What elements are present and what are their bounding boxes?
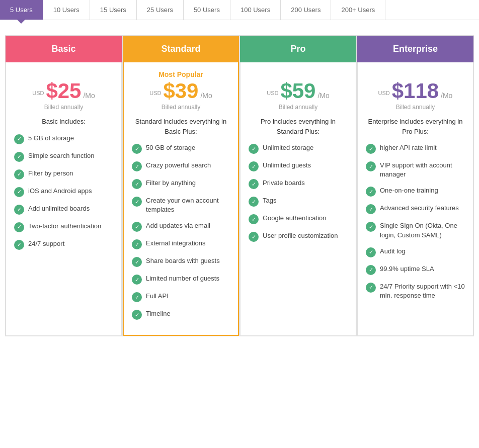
check-icon: ✓: [366, 265, 376, 275]
tab-100users[interactable]: 100 Users: [230, 0, 281, 20]
plan-basic-features: ✓ 5 GB of storage ✓ Simple search functi…: [14, 134, 113, 250]
feature-text: Advanced security features: [380, 204, 459, 213]
plan-basic-includes: Basic includes:: [14, 117, 113, 127]
check-icon: ✓: [132, 144, 142, 154]
plan-pro-price-row: USD $59 /Mo: [249, 80, 348, 102]
plan-pro-features: ✓ Unlimited storage ✓ Unlimited guests ✓…: [249, 143, 348, 242]
plan-standard-mo: /Mo: [200, 92, 212, 100]
list-item: ✓ External integrations: [132, 239, 230, 249]
tab-200plus-users[interactable]: 200+ Users: [331, 0, 385, 20]
plan-enterprise-price-row: USD $118 /Mo: [366, 80, 465, 102]
list-item: ✓ 50 GB of storage: [132, 143, 230, 154]
plan-pro-body: USD $59 /Mo Billed annually Pro includes…: [240, 62, 356, 336]
plan-enterprise-usd: USD: [378, 90, 390, 96]
plan-enterprise-features: ✓ higher API rate limit ✓ VIP support wi…: [366, 143, 465, 300]
tab-25users[interactable]: 25 Users: [137, 0, 184, 20]
tab-200users[interactable]: 200 Users: [281, 0, 331, 20]
check-icon: ✓: [132, 179, 142, 189]
tab-15users[interactable]: 15 Users: [90, 0, 137, 20]
feature-text: VIP support with account manager: [380, 161, 465, 179]
plan-basic-price-row: USD $25 /Mo: [14, 80, 113, 102]
feature-text: Google authentication: [263, 214, 326, 223]
plan-standard: Standard Most Popular USD $39 /Mo Billed…: [122, 35, 240, 336]
plan-basic-billed: Billed annually: [14, 104, 113, 111]
list-item: ✓ Advanced security features: [366, 204, 465, 214]
list-item: ✓ Single Sign On (Okta, One login, Custo…: [366, 221, 465, 239]
tab-5users[interactable]: 5 Users: [0, 0, 43, 20]
list-item: ✓ Create your own account templates: [132, 196, 230, 214]
feature-text: External integrations: [146, 239, 206, 248]
feature-text: 24/7 Priority support with <10 min. resp…: [380, 282, 465, 300]
list-item: ✓ Unlimited guests: [249, 161, 348, 171]
feature-text: 50 GB of storage: [146, 143, 195, 152]
check-icon: ✓: [366, 187, 376, 197]
plan-standard-price-row: USD $39 /Mo: [132, 80, 230, 102]
check-icon: ✓: [366, 204, 376, 214]
feature-text: One-on-one training: [380, 186, 438, 195]
list-item: ✓ Share boards with guests: [132, 256, 230, 267]
feature-text: Timeline: [146, 309, 171, 318]
plan-pro-popular: [249, 70, 348, 78]
check-icon: ✓: [14, 240, 24, 250]
check-icon: ✓: [249, 144, 259, 154]
feature-text: Filter by anything: [146, 178, 196, 188]
list-item: ✓ Two-factor authentication: [14, 222, 113, 232]
pricing-plans: Basic USD $25 /Mo Billed annually Basic …: [0, 35, 479, 336]
list-item: ✓ User profile customization: [249, 231, 348, 242]
list-item: ✓ Unlimited storage: [249, 143, 348, 154]
plan-pro-includes: Pro includes everything in Standard Plus…: [249, 117, 348, 136]
check-icon: ✓: [366, 222, 376, 232]
check-icon: ✓: [14, 169, 24, 180]
list-item: ✓ Private boards: [249, 178, 348, 189]
check-icon: ✓: [14, 152, 24, 162]
plan-standard-title: Standard: [161, 44, 200, 54]
feature-text: Create your own account templates: [146, 196, 230, 214]
check-icon: ✓: [132, 197, 142, 207]
tab-10users[interactable]: 10 Users: [43, 0, 90, 20]
feature-text: Simple search function: [28, 151, 95, 160]
tab-50users[interactable]: 50 Users: [184, 0, 230, 20]
user-tabs: 5 Users 10 Users 15 Users 25 Users 50 Us…: [0, 0, 479, 20]
plan-enterprise-billed: Billed annually: [366, 104, 465, 111]
plan-standard-popular: Most Popular: [132, 70, 230, 78]
check-icon: ✓: [132, 275, 142, 285]
list-item: ✓ Simple search function: [14, 151, 113, 162]
plan-standard-features: ✓ 50 GB of storage ✓ Crazy powerful sear…: [132, 143, 230, 320]
plan-enterprise-includes: Enterprise includes everything in Pro Pl…: [366, 117, 465, 136]
check-icon: ✓: [366, 161, 376, 171]
check-icon: ✓: [132, 239, 142, 249]
check-icon: ✓: [14, 222, 24, 232]
check-icon: ✓: [249, 197, 259, 207]
list-item: ✓ Crazy powerful search: [132, 161, 230, 171]
plan-basic-title: Basic: [51, 44, 75, 54]
feature-text: Two-factor authentication: [28, 222, 101, 231]
check-icon: ✓: [132, 310, 142, 320]
list-item: ✓ VIP support with account manager: [366, 161, 465, 179]
list-item: ✓ Tags: [249, 196, 348, 207]
plan-basic: Basic USD $25 /Mo Billed annually Basic …: [5, 35, 122, 336]
list-item: ✓ Limited number of guests: [132, 274, 230, 285]
plan-standard-billed: Billed annually: [132, 104, 230, 111]
feature-text: 5 GB of storage: [28, 134, 74, 143]
plan-standard-header: Standard: [123, 36, 239, 62]
feature-text: Limited number of guests: [146, 274, 219, 283]
check-icon: ✓: [249, 232, 259, 242]
list-item: ✓ Full API: [132, 292, 230, 302]
feature-text: Filter by person: [28, 169, 73, 178]
feature-text: 24/7 support: [28, 239, 64, 248]
list-item: ✓ Add updates via email: [132, 221, 230, 232]
list-item: ✓ higher API rate limit: [366, 143, 465, 154]
feature-text: Full API: [146, 292, 169, 301]
check-icon: ✓: [132, 257, 142, 267]
plan-pro-amount: $59: [280, 79, 315, 103]
plan-enterprise-header: Enterprise: [357, 36, 473, 62]
feature-text: User profile customization: [263, 231, 338, 240]
plan-pro-header: Pro: [240, 36, 356, 62]
check-icon: ✓: [132, 161, 142, 171]
plan-enterprise-amount: $118: [392, 79, 439, 103]
check-icon: ✓: [249, 179, 259, 189]
feature-text: Tags: [263, 196, 276, 205]
feature-text: higher API rate limit: [380, 143, 437, 152]
feature-text: Unlimited storage: [263, 143, 313, 152]
feature-text: Private boards: [263, 178, 305, 188]
